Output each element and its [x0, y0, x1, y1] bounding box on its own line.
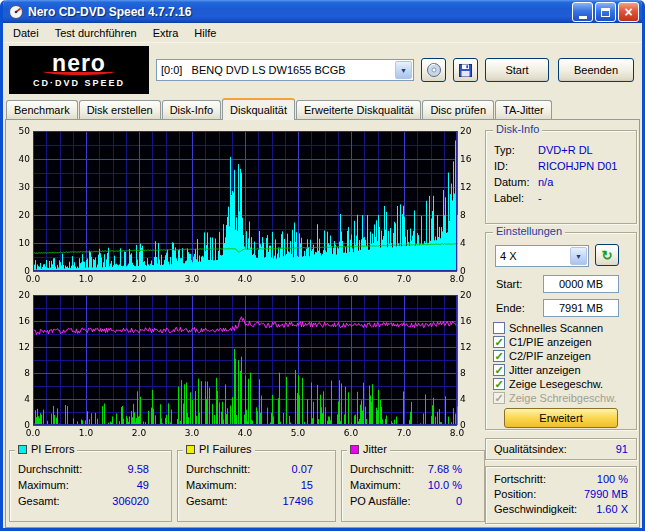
checkbox-label: Jitter anzeigen	[509, 364, 581, 376]
checkbox-box	[493, 392, 505, 404]
menu-hilfe[interactable]: Hilfe	[186, 25, 224, 41]
app-icon	[8, 4, 24, 20]
checkbox-box[interactable]	[493, 322, 505, 334]
app-window: Nero CD-DVD Speed 4.7.7.16 × Datei Test …	[0, 0, 645, 531]
checkbox-box[interactable]	[493, 378, 505, 390]
tab-erweiterte-diskqualitaet[interactable]: Erweiterte Diskqualität	[296, 100, 421, 119]
chevron-down-icon[interactable]: ▼	[395, 61, 412, 79]
tab-disc-pruefen[interactable]: Disc prüfen	[422, 100, 494, 119]
checkbox-jitter-anzeigen[interactable]: Jitter anzeigen	[493, 363, 581, 377]
disk-info-label: Datum:	[494, 176, 538, 188]
stat-value: 17496	[282, 495, 313, 507]
nero-logo-swoosh	[43, 68, 115, 75]
speed-label: Geschwindigkeit:	[494, 503, 596, 515]
statistics-row: PI Errors Durchschnitt:9.58 Maximum:49 G…	[9, 450, 485, 522]
stat-value: 10.0 %	[428, 479, 462, 491]
disk-label-value: -	[538, 192, 542, 204]
stat-label: Durchschnitt:	[186, 463, 292, 475]
start-position-field[interactable]: 0000 MB	[543, 275, 619, 293]
checkbox-label: Schnelles Scannen	[509, 322, 603, 334]
tab-bar: Benchmark Disk erstellen Disk-Info Diskq…	[3, 97, 642, 119]
tab-benchmark[interactable]: Benchmark	[6, 100, 78, 119]
pi-failures-title: PI Failures	[199, 443, 252, 455]
close-button[interactable]: ×	[618, 2, 639, 22]
stat-value: 9.58	[128, 463, 149, 475]
advanced-button[interactable]: Erweitert	[504, 408, 618, 428]
stat-value: 15	[301, 479, 313, 491]
pi-failures-panel: PI Failures Durchschnitt:0.07 Maximum:15…	[177, 450, 336, 522]
menubar: Datei Test durchführen Extra Hilfe	[3, 23, 642, 43]
stat-label: PO Ausfälle:	[350, 495, 456, 507]
stat-label: Gesamt:	[186, 495, 282, 507]
end-position-field[interactable]: 7991 MB	[543, 299, 619, 317]
disk-info-label: Typ:	[494, 144, 538, 156]
scan-speed-select[interactable]: 4 X ▼	[495, 245, 589, 267]
checkbox-zeige-lesegeschw[interactable]: Zeige Lesegeschw.	[493, 377, 603, 391]
tab-diskqualitaet[interactable]: Diskqualität	[222, 98, 295, 120]
start-button[interactable]: Start	[485, 58, 549, 82]
maximize-button[interactable]	[595, 2, 616, 22]
stat-label: Maximum:	[186, 479, 301, 491]
disc-icon	[426, 62, 442, 78]
stat-label: Maximum:	[18, 479, 137, 491]
minimize-button[interactable]	[572, 2, 593, 22]
drive-select-value: [0:0] BENQ DVD LS DW1655 BCGB	[157, 64, 394, 76]
drive-select[interactable]: [0:0] BENQ DVD LS DW1655 BCGB ▼	[156, 59, 414, 81]
disk-id-value: RICOHJPN D01	[538, 160, 617, 172]
stat-value: 0	[456, 495, 462, 507]
scan-speed-value: 4 X	[496, 250, 569, 262]
maximize-icon	[601, 8, 610, 17]
refresh-icon: ↻	[602, 248, 613, 263]
stat-label: Gesamt:	[18, 495, 112, 507]
titlebar: Nero CD-DVD Speed 4.7.7.16 ×	[3, 0, 642, 23]
checkbox-c1-pie-anzeigen[interactable]: C1/PIE anzeigen	[493, 335, 592, 349]
disk-info-title: Disk-Info	[493, 123, 542, 135]
disk-date-value: n/a	[538, 176, 553, 188]
jitter-title: Jitter	[363, 443, 387, 455]
tab-disk-info[interactable]: Disk-Info	[162, 100, 221, 119]
progress-value: 100 %	[597, 473, 628, 485]
disk-info-panel: Disk-Info Typ:DVD+R DL ID:RICOHJPN D01 D…	[485, 130, 637, 224]
pi-errors-panel: PI Errors Durchschnitt:9.58 Maximum:49 G…	[9, 450, 172, 522]
stat-value: 0.07	[292, 463, 313, 475]
floppy-icon	[458, 63, 473, 78]
chevron-down-icon[interactable]: ▼	[570, 247, 587, 265]
end-position-label: Ende:	[496, 302, 525, 314]
jitter-swatch	[350, 445, 359, 454]
save-button[interactable]	[453, 58, 478, 82]
quality-index-panel: Qualitätsindex: 91	[485, 438, 637, 460]
stat-value: 49	[137, 479, 149, 491]
pi-errors-title: PI Errors	[31, 443, 74, 455]
checkbox-label: C2/PIF anzeigen	[509, 350, 591, 362]
quit-button[interactable]: Beenden	[558, 58, 634, 82]
disk-info-label: ID:	[494, 160, 538, 172]
checkbox-c2-pif-anzeigen[interactable]: C2/PIF anzeigen	[493, 349, 591, 363]
disk-type-value: DVD+R DL	[538, 144, 593, 156]
menu-datei[interactable]: Datei	[5, 25, 47, 41]
start-position-label: Start:	[496, 278, 522, 290]
progress-panel: Fortschritt:100 % Position:7990 MB Gesch…	[485, 466, 637, 524]
speed-value: 1.60 X	[596, 503, 628, 515]
position-label: Position:	[494, 488, 584, 500]
menu-test-durchfuehren[interactable]: Test durchführen	[47, 25, 145, 41]
progress-label: Fortschritt:	[494, 473, 597, 485]
quality-index-value: 91	[616, 443, 628, 455]
pi-errors-swatch	[18, 445, 27, 454]
checkbox-box[interactable]	[493, 336, 505, 348]
checkbox-box[interactable]	[493, 364, 505, 376]
window-title: Nero CD-DVD Speed 4.7.7.16	[28, 5, 568, 19]
checkbox-label: C1/PIE anzeigen	[509, 336, 592, 348]
stat-value: 7.68 %	[428, 463, 462, 475]
checkbox-schnelles-scannen[interactable]: Schnelles Scannen	[493, 321, 603, 335]
nero-logo-subtext: CD·DVD SPEED	[33, 78, 125, 88]
stat-label: Durchschnitt:	[350, 463, 428, 475]
tab-disk-erstellen[interactable]: Disk erstellen	[79, 100, 161, 119]
refresh-button[interactable]: ↻	[595, 244, 619, 266]
checkbox-label: Zeige Schreibgeschw.	[509, 392, 617, 404]
menu-extra[interactable]: Extra	[145, 25, 187, 41]
quality-index-label: Qualitätsindex:	[494, 443, 616, 455]
eject-disc-button[interactable]	[421, 58, 446, 82]
checkbox-box[interactable]	[493, 350, 505, 362]
tab-ta-jitter[interactable]: TA-Jitter	[495, 100, 552, 119]
settings-panel: Einstellungen 4 X ▼ ↻ Start: 0000 MB End…	[485, 232, 637, 430]
